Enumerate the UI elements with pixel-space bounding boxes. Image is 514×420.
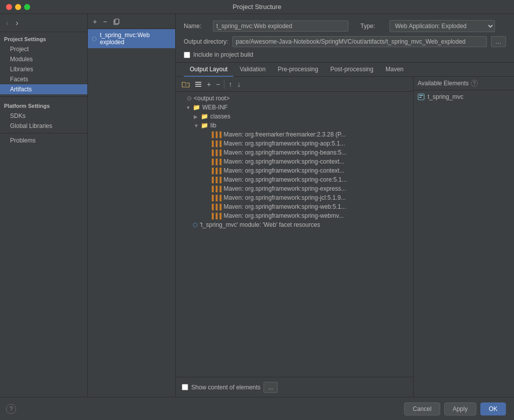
tree-label-output-root: <output root> [194, 95, 229, 102]
main-container: ‹ › Project Settings Project Modules Lib… [0, 14, 514, 397]
tab-pre-processing[interactable]: Pre-processing [272, 63, 324, 77]
tree-item-web-facet[interactable]: ⬡ 't_spring_mvc' module: 'Web' facet res… [176, 220, 413, 229]
include-checkbox-label[interactable]: Include in project build [184, 51, 253, 58]
maven-icon-6: ▐▐▐ [210, 186, 221, 192]
include-checkbox[interactable] [184, 52, 190, 58]
sidebar-item-libraries[interactable]: Libraries [0, 64, 87, 74]
output-folder-icon-button[interactable]: + [180, 80, 192, 89]
tree-item-maven-1[interactable]: ▐▐▐ Maven: org.springframework:spring-ao… [176, 139, 413, 148]
tree-label-maven-5: Maven: org.springframework:spring-core:5… [223, 176, 346, 183]
add-artifact-button[interactable]: + [91, 17, 99, 27]
back-button[interactable]: ‹ [4, 18, 11, 29]
sidebar-item-modules[interactable]: Modules [0, 54, 87, 64]
tree-item-maven-4[interactable]: ▐▐▐ Maven: org.springframework:spring-co… [176, 166, 413, 175]
tab-validation[interactable]: Validation [233, 63, 272, 77]
copy-icon [113, 18, 120, 25]
show-content-label: Show content of elements [191, 384, 261, 391]
tree-item-maven-0[interactable]: ▐▐▐ Maven: org.freemarker:freemarker:2.3… [176, 130, 413, 139]
available-item-spring-mvc[interactable]: t_spring_mvc [414, 92, 514, 101]
tree-item-maven-2[interactable]: ▐▐▐ Maven: org.springframework:spring-be… [176, 148, 413, 157]
svg-rect-1 [115, 19, 119, 24]
type-label: Type: [360, 23, 386, 30]
minimize-button[interactable] [15, 4, 21, 10]
tree-label-maven-1: Maven: org.springframework:spring-aop:5.… [223, 140, 345, 147]
tree-item-maven-8[interactable]: ▐▐▐ Maven: org.springframework:spring-we… [176, 202, 413, 211]
available-item-label: t_spring_mvc [428, 93, 463, 100]
cancel-button[interactable]: Cancel [404, 402, 440, 415]
sidebar-item-facets[interactable]: Facets [0, 74, 87, 84]
svg-rect-5 [195, 86, 201, 87]
tree-item-maven-7[interactable]: ▐▐▐ Maven: org.springframework:spring-jc… [176, 193, 413, 202]
project-settings-label: Project Settings [0, 32, 87, 44]
maven-icon-9: ▐▐▐ [210, 213, 221, 219]
tabs-bar: Output Layout Validation Pre-processing … [176, 63, 514, 77]
sidebar: ‹ › Project Settings Project Modules Lib… [0, 14, 88, 397]
output-up-button[interactable]: ↑ [226, 79, 234, 89]
tree-label-maven-4: Maven: org.springframework:spring-contex… [223, 167, 344, 174]
available-elements-help-icon[interactable]: ? [471, 80, 478, 87]
apply-button[interactable]: Apply [444, 402, 476, 415]
tree-item-maven-3[interactable]: ▐▐▐ Maven: org.springframework:spring-co… [176, 157, 413, 166]
sidebar-item-global-libraries[interactable]: Global Libraries [0, 121, 87, 131]
tree-item-maven-9[interactable]: ▐▐▐ Maven: org.springframework:spring-we… [176, 211, 413, 220]
artifact-list-item[interactable]: ⬡ t_spring_mvc:Web exploded [88, 29, 175, 48]
tab-maven[interactable]: Maven [379, 63, 410, 77]
sidebar-divider-2 [0, 133, 87, 133]
module-icon [418, 93, 425, 100]
show-content-dots-button[interactable]: ... [264, 382, 278, 393]
footer: ? Cancel Apply OK [0, 397, 514, 420]
tab-output-layout[interactable]: Output Layout [184, 63, 233, 77]
folder-icon-lib: 📁 [201, 122, 208, 129]
tree-arrow-lib: ▼ [194, 123, 199, 128]
show-content-checkbox[interactable] [182, 384, 188, 390]
output-tree: ⊙ <output root> ▼ 📁 WEB-INF ▶ 📁 classes [176, 92, 413, 377]
maven-icon-3: ▐▐▐ [210, 159, 221, 165]
name-label: Name: [184, 23, 209, 30]
forward-button[interactable]: › [14, 18, 20, 29]
tree-item-lib[interactable]: ▼ 📁 lib [176, 121, 413, 130]
properties-header: Name: Type: Web Application: Exploded Ou… [176, 14, 514, 63]
sidebar-nav-bar: ‹ › [0, 14, 87, 32]
output-dir-input[interactable] [232, 36, 487, 47]
svg-rect-4 [195, 84, 201, 85]
tree-label-webinf: WEB-INF [202, 104, 228, 111]
type-select[interactable]: Web Application: Exploded [390, 20, 495, 32]
output-dir-label: Output directory: [184, 38, 228, 45]
window-title: Project Structure [233, 3, 282, 11]
remove-artifact-button[interactable]: − [101, 17, 109, 27]
name-input[interactable] [213, 21, 348, 32]
tree-item-maven-6[interactable]: ▐▐▐ Maven: org.springframework:spring-ex… [176, 184, 413, 193]
sidebar-item-project[interactable]: Project [0, 44, 87, 54]
tree-arrow-classes: ▶ [194, 114, 199, 119]
tree-label-maven-0: Maven: org.freemarker:freemarker:2.3.28 … [223, 131, 345, 138]
output-list-icon-button[interactable] [193, 80, 204, 89]
tree-label-web-facet: 't_spring_mvc' module: 'Web' facet resou… [200, 221, 320, 228]
output-down-button[interactable]: ↓ [235, 79, 242, 89]
output-dir-row: Output directory: … [184, 36, 506, 47]
output-toolbar: + + − ↑ ↓ [176, 77, 413, 92]
ok-button[interactable]: OK [480, 402, 506, 415]
folder-icon-classes: 📁 [201, 113, 208, 120]
tree-item-webinf[interactable]: ▼ 📁 WEB-INF [176, 103, 413, 112]
maven-icon-8: ▐▐▐ [210, 204, 221, 210]
tree-label-classes: classes [210, 113, 230, 120]
output-layout-panel: + + − ↑ ↓ [176, 77, 414, 397]
tree-item-maven-5[interactable]: ▐▐▐ Maven: org.springframework:spring-co… [176, 175, 413, 184]
sidebar-item-problems[interactable]: Problems [0, 135, 87, 146]
maximize-button[interactable] [24, 4, 30, 10]
sidebar-item-sdks[interactable]: SDKs [0, 111, 87, 121]
copy-artifact-button[interactable] [111, 17, 122, 26]
output-add-button[interactable]: + [205, 79, 213, 89]
tree-item-classes[interactable]: ▶ 📁 classes [176, 112, 413, 121]
output-remove-button[interactable]: − [214, 79, 222, 89]
tab-post-processing[interactable]: Post-processing [324, 63, 379, 77]
available-panel: Available Elements ? t_spring_mvc [414, 77, 514, 397]
available-elements-label: Available Elements [418, 80, 469, 87]
sidebar-item-artifacts[interactable]: Artifacts [0, 84, 87, 94]
close-button[interactable] [6, 4, 12, 10]
help-icon[interactable]: ? [6, 404, 16, 414]
content-area: + + − ↑ ↓ [176, 77, 514, 397]
browse-output-dir-button[interactable]: … [491, 36, 506, 47]
tree-item-output-root[interactable]: ⊙ <output root> [176, 94, 413, 103]
maven-icon-5: ▐▐▐ [210, 177, 221, 183]
